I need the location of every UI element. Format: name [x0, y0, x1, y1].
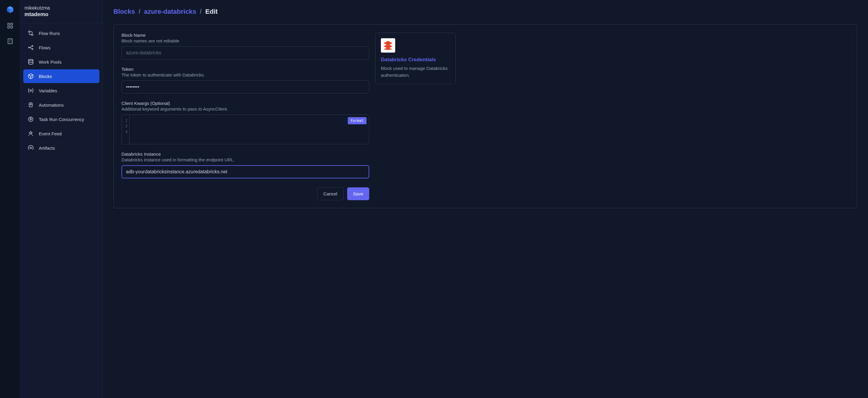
cancel-button[interactable]: Cancel [317, 187, 344, 200]
block-name-desc: Block names are not editable [122, 38, 369, 43]
dashboard-icon[interactable] [6, 22, 14, 29]
sidebar-item-label: Flows [39, 45, 51, 50]
token-label: Token [122, 67, 369, 72]
svg-rect-3 [10, 26, 12, 28]
event-feed-icon [27, 130, 34, 137]
breadcrumb-current: Edit [205, 8, 218, 15]
workspace-name: mtademo [25, 11, 98, 18]
artifacts-icon [27, 145, 34, 151]
workspace-header[interactable]: mikekutzma mtademo [20, 0, 102, 23]
field-block-name: Block Name Block names are not editable [122, 33, 369, 59]
instance-desc: Databricks instance used in formatting t… [122, 157, 369, 162]
sidebar-item-task-concurrency[interactable]: Task Run Concurrency [23, 112, 99, 126]
sidebar-item-label: Task Run Concurrency [39, 117, 84, 122]
blocks-icon [27, 73, 34, 80]
field-databricks-instance: Databricks Instance Databricks instance … [122, 151, 369, 178]
breadcrumb-separator: / [200, 8, 202, 15]
info-card: Databricks Credentials Block used to man… [375, 33, 456, 84]
svg-point-19 [30, 104, 31, 105]
username: mikekutzma [25, 5, 98, 11]
svg-point-15 [32, 49, 33, 49]
task-concurrency-icon [27, 116, 34, 122]
token-input[interactable] [122, 80, 369, 93]
field-client-kwargs: Client Kwargs (Optional) Additional keyw… [122, 101, 369, 144]
sidebar-item-label: Event Feed [39, 131, 62, 136]
sidebar-item-label: Work Pools [39, 59, 61, 64]
field-token: Token The token to authenticate with Dat… [122, 67, 369, 93]
breadcrumb-separator: / [138, 8, 140, 15]
sidebar-item-work-pools[interactable]: Work Pools [23, 55, 99, 69]
sidebar-item-label: Flow Runs [39, 31, 60, 36]
sidebar-item-flows[interactable]: Flows [23, 40, 99, 54]
sidebar-item-label: Variables [39, 88, 57, 93]
work-pools-icon [27, 59, 34, 65]
app-logo[interactable] [6, 5, 14, 14]
client-kwargs-label: Client Kwargs (Optional) [122, 101, 369, 106]
edit-form: Block Name Block names are not editable … [122, 33, 369, 200]
edit-panel: Block Name Block names are not editable … [114, 25, 857, 208]
format-button[interactable]: Format [348, 117, 367, 124]
block-name-label: Block Name [122, 33, 369, 38]
code-area[interactable] [129, 115, 369, 144]
instance-label: Databricks Instance [122, 151, 369, 157]
sidebar-item-flow-runs[interactable]: Flow Runs [23, 26, 99, 40]
flow-runs-icon [27, 30, 34, 36]
main-content: Blocks / azure-databricks / Edit Block N… [103, 0, 868, 398]
svg-rect-2 [7, 26, 9, 28]
sidebar-item-label: Blocks [39, 74, 52, 79]
sidebar-item-label: Artifacts [39, 145, 55, 150]
sidebar-item-artifacts[interactable]: Artifacts [23, 141, 99, 155]
svg-point-16 [29, 59, 33, 61]
code-gutter: 1 2 3 [122, 115, 129, 144]
sidebar-item-event-feed[interactable]: Event Feed [23, 127, 99, 140]
svg-point-26 [30, 147, 32, 149]
nav-rail [0, 0, 20, 398]
info-card-desc: Block used to manage Databricks authenti… [381, 65, 450, 79]
sidebar-item-variables[interactable]: Variables [23, 84, 99, 97]
svg-point-11 [29, 31, 30, 33]
variables-icon [27, 87, 34, 94]
sidebar-item-label: Automations [39, 103, 64, 108]
sidebar: mikekutzma mtademo Flow Runs Flows Work … [20, 0, 103, 398]
breadcrumb: Blocks / azure-databricks / Edit [114, 8, 857, 16]
breadcrumb-item[interactable]: azure-databricks [144, 8, 196, 15]
token-desc: The token to authenticate with Databrick… [122, 72, 369, 77]
svg-rect-0 [7, 23, 9, 25]
flows-icon [27, 44, 34, 51]
save-button[interactable]: Save [347, 187, 369, 200]
breadcrumb-blocks[interactable]: Blocks [114, 8, 135, 15]
automations-icon [27, 102, 34, 108]
svg-point-13 [29, 47, 30, 48]
form-actions: Cancel Save [122, 187, 369, 200]
sidebar-nav: Flow Runs Flows Work Pools Blocks Variab… [20, 23, 102, 159]
organization-icon[interactable] [6, 38, 14, 45]
block-name-input [122, 46, 369, 59]
databricks-logo [381, 38, 395, 53]
svg-point-12 [32, 34, 33, 35]
svg-point-24 [30, 119, 32, 120]
instance-input[interactable] [122, 165, 369, 178]
sidebar-item-blocks[interactable]: Blocks [23, 69, 99, 83]
sidebar-item-automations[interactable]: Automations [23, 98, 99, 112]
svg-rect-4 [8, 39, 12, 44]
client-kwargs-desc: Additional keyword arguments to pass to … [122, 106, 369, 111]
info-card-title[interactable]: Databricks Credentials [381, 57, 450, 63]
svg-rect-1 [10, 23, 12, 25]
svg-point-14 [32, 46, 33, 46]
client-kwargs-editor[interactable]: 1 2 3 Format [122, 114, 369, 144]
